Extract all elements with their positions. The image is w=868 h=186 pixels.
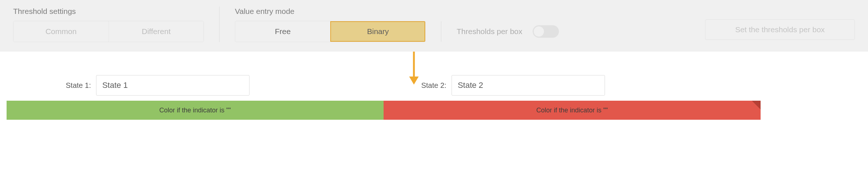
threshold-different-button[interactable]: Different <box>108 21 203 42</box>
arrow-callout <box>0 52 868 77</box>
value-entry-mode-segmented: Free Binary <box>235 21 426 42</box>
state-1-input[interactable] <box>96 75 250 96</box>
thresholds-per-box-control: Thresholds per box <box>457 25 559 38</box>
threshold-settings-title: Threshold settings <box>13 7 204 16</box>
state-2-field: State 2: <box>421 75 605 96</box>
state-2-input[interactable] <box>452 75 605 96</box>
color-bar-state-1-label: Color if the indicator is "" <box>159 107 231 114</box>
set-thresholds-per-box-button[interactable]: Set the thresholds per box <box>705 19 855 40</box>
value-entry-binary-button[interactable]: Binary <box>330 21 425 42</box>
threshold-common-button[interactable]: Common <box>14 21 108 42</box>
threshold-settings-group: Threshold settings Common Different <box>13 7 204 42</box>
states-row: State 1: State 2: <box>0 75 868 101</box>
value-entry-mode-title: Value entry mode <box>235 7 559 16</box>
arrow-down-icon <box>408 52 419 85</box>
toolbar-right: Set the thresholds per box <box>705 7 855 40</box>
thresholds-per-box-label: Thresholds per box <box>457 27 522 36</box>
state-1-label: State 1: <box>66 81 91 90</box>
corner-fold-icon <box>752 101 761 109</box>
thresholds-per-box-toggle[interactable] <box>533 25 559 38</box>
svg-marker-1 <box>409 77 419 85</box>
color-bar-state-2-label: Color if the indicator is "" <box>536 107 608 114</box>
color-bar-state-1[interactable]: Color if the indicator is "" <box>7 101 384 120</box>
divider <box>441 21 441 42</box>
value-entry-free-button[interactable]: Free <box>235 21 330 42</box>
color-bar-state-2[interactable]: Color if the indicator is "" <box>384 101 761 120</box>
threshold-settings-segmented: Common Different <box>13 21 204 42</box>
toggle-knob <box>534 26 544 37</box>
settings-toolbar: Threshold settings Common Different Valu… <box>0 0 868 52</box>
divider <box>219 7 220 42</box>
value-entry-mode-group: Value entry mode Free Binary Thresholds … <box>235 7 559 42</box>
state-1-field: State 1: <box>66 75 250 96</box>
state-2-label: State 2: <box>421 81 446 90</box>
color-bars: Color if the indicator is "" Color if th… <box>7 101 761 120</box>
